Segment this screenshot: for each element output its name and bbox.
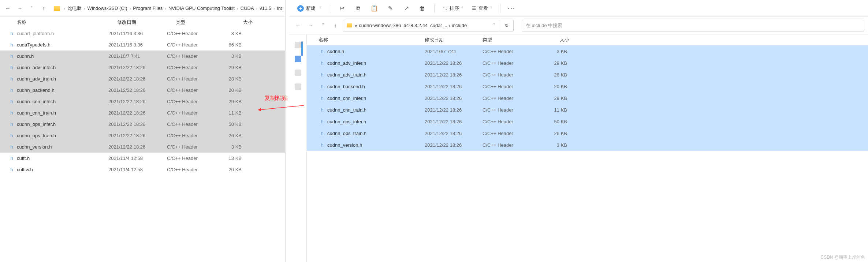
nav-up-button[interactable]: ↑ xyxy=(330,20,340,31)
file-row[interactable]: hcudnn_adv_infer.h2021/12/22 18:26C/C++ … xyxy=(0,62,285,73)
file-type: C/C++ Header xyxy=(483,107,543,113)
file-row[interactable]: hcufft.h2021/11/4 12:58C/C++ Header13 KB xyxy=(0,153,285,164)
breadcrumb-item[interactable]: Program Files xyxy=(133,5,163,11)
more-button[interactable]: ··· xyxy=(505,4,518,12)
breadcrumb-item[interactable]: Windows-SSD (C:) xyxy=(87,5,127,11)
col-header-size[interactable]: 大小 xyxy=(543,37,569,43)
file-name: cufft.h xyxy=(17,156,30,161)
file-date: 2021/11/16 3:36 xyxy=(108,31,167,36)
file-row[interactable]: hcudnn_ops_train.h2021/12/22 18:26C/C++ … xyxy=(307,127,868,139)
search-input[interactable]: 在 include 中搜索 xyxy=(522,20,864,31)
file-row[interactable]: hcudnn_adv_infer.h2021/12/22 18:26C/C++ … xyxy=(307,57,868,69)
nav-forward-button[interactable]: → xyxy=(305,20,316,31)
left-column-header[interactable]: 名称 修改日期 类型 大小 xyxy=(0,17,285,28)
watermark: CSDN @期望上岸的鱼 xyxy=(820,254,865,261)
col-header-size[interactable]: 大小 xyxy=(223,19,253,26)
file-row[interactable]: hcudnn_backend.h2021/12/22 18:26C/C++ He… xyxy=(0,85,285,96)
file-date: 2021/12/22 18:26 xyxy=(108,87,167,93)
breadcrumb-item[interactable]: NVIDIA GPU Computing Toolkit xyxy=(168,5,235,11)
file-size: 11 KB xyxy=(215,110,244,116)
nav-back-button[interactable]: ← xyxy=(3,3,13,14)
file-row[interactable]: hcudnn_ops_infer.h2021/12/22 18:26C/C++ … xyxy=(307,116,868,127)
file-name: cufftw.h xyxy=(17,167,33,172)
breadcrumb[interactable]: 此电脑›Windows-SSD (C:)›Program Files›NVIDI… xyxy=(67,5,282,12)
file-type: C/C++ Header xyxy=(483,84,543,89)
address-dropdown-icon[interactable]: ˅ xyxy=(493,23,495,28)
search-placeholder: 在 include 中搜索 xyxy=(526,22,562,29)
address-current[interactable]: include xyxy=(452,23,467,28)
file-type: C/C++ Header xyxy=(167,87,215,93)
file-row[interactable]: hcudnn_version.h2021/12/22 18:26C/C++ He… xyxy=(307,139,868,151)
rename-icon[interactable]: ✎ xyxy=(383,3,398,14)
col-header-name[interactable]: 名称 xyxy=(17,19,117,26)
file-row[interactable]: hcudnn_cnn_infer.h2021/12/22 18:26C/C++ … xyxy=(307,92,868,104)
breadcrumb-chevron-icon: › xyxy=(64,6,65,11)
breadcrumb-item[interactable]: CUDA xyxy=(241,5,254,11)
new-button[interactable]: + 新建 ˅ xyxy=(293,4,325,13)
file-row[interactable]: hcudnn_cnn_infer.h2021/12/22 18:26C/C++ … xyxy=(0,96,285,107)
cut-icon[interactable]: ✂ xyxy=(335,3,349,14)
file-type: C/C++ Header xyxy=(483,49,543,54)
nav-back-button[interactable]: ← xyxy=(293,20,303,31)
address-path[interactable]: cudnn-windows-x86_64-8.3.2.44_cuda1... xyxy=(359,23,447,28)
col-header-type[interactable]: 类型 xyxy=(483,37,543,43)
file-row[interactable]: hcudnn_adv_train.h2021/12/22 18:26C/C++ … xyxy=(307,69,868,81)
breadcrumb-chevron-icon: › xyxy=(449,23,450,28)
file-row[interactable]: hcudnn_ops_infer.h2021/12/22 18:26C/C++ … xyxy=(0,119,285,130)
file-type: C/C++ Header xyxy=(483,60,543,66)
file-size: 3 KB xyxy=(215,53,244,59)
col-header-type[interactable]: 类型 xyxy=(176,19,223,26)
file-type: C/C++ Header xyxy=(167,133,215,138)
breadcrumb-item[interactable]: include xyxy=(277,5,282,11)
breadcrumb-item[interactable]: v11.5 xyxy=(260,5,271,11)
header-file-icon: h xyxy=(318,71,326,78)
file-row[interactable]: hcufftw.h2021/11/4 12:58C/C++ Header20 K… xyxy=(0,164,285,175)
file-date: 2021/12/22 18:26 xyxy=(425,131,483,136)
file-name: cudnn_backend.h xyxy=(17,87,55,93)
right-file-list[interactable]: hcudnn.h2021/10/7 7:41C/C++ Header3 KBhc… xyxy=(307,45,868,151)
breadcrumb-item[interactable]: 此电脑 xyxy=(67,5,82,12)
refresh-button[interactable]: ↻ xyxy=(500,20,514,31)
header-file-icon: h xyxy=(318,94,326,102)
nav-chevron-down-icon[interactable]: ˅ xyxy=(27,3,37,14)
file-row[interactable]: hcudnn_version.h2021/12/22 18:26C/C++ He… xyxy=(0,141,285,153)
col-header-date[interactable]: 修改日期 xyxy=(117,19,176,26)
share-icon[interactable]: ↗ xyxy=(399,3,414,14)
file-row[interactable]: hcudnn_backend.h2021/12/22 18:26C/C++ He… xyxy=(307,81,868,92)
file-row[interactable]: hcudnn.h2021/10/7 7:41C/C++ Header3 KB xyxy=(0,50,285,62)
view-button[interactable]: ☰ 查看 ˅ xyxy=(468,4,496,13)
file-row[interactable]: hcudnn_adv_train.h2021/12/22 18:26C/C++ … xyxy=(0,73,285,85)
copy-icon[interactable]: ⧉ xyxy=(351,3,365,14)
file-type: C/C++ Header xyxy=(483,131,543,136)
left-file-list[interactable]: hcudart_platform.h2021/11/16 3:36C/C++ H… xyxy=(0,28,285,262)
file-size: 28 KB xyxy=(215,76,244,82)
file-type: C/C++ Header xyxy=(167,121,215,127)
file-row[interactable]: hcudnn.h2021/10/7 7:41C/C++ Header3 KB xyxy=(307,45,868,57)
col-header-name[interactable]: 名称 xyxy=(318,37,425,43)
col-header-date[interactable]: 修改日期 xyxy=(425,37,483,43)
right-column-header[interactable]: 名称 修改日期 类型 大小 xyxy=(307,34,868,45)
file-name: cudnn_adv_infer.h xyxy=(327,60,366,66)
file-row[interactable]: hcudaTypedefs.h2021/11/16 3:36C/C++ Head… xyxy=(0,39,285,50)
header-file-icon: h xyxy=(8,121,15,128)
sort-button[interactable]: ↑↓ 排序 ˅ xyxy=(439,4,467,13)
paste-icon[interactable]: 📋 xyxy=(367,3,381,14)
file-row[interactable]: hcudnn_cnn_train.h2021/12/22 18:26C/C++ … xyxy=(307,104,868,116)
file-date: 2021/12/22 18:26 xyxy=(425,84,483,89)
file-type: C/C++ Header xyxy=(167,53,215,59)
nav-chevron-down-icon[interactable]: ˅ xyxy=(318,20,328,31)
file-size: 29 KB xyxy=(543,60,569,66)
file-date: 2021/12/22 18:26 xyxy=(108,121,167,127)
delete-icon[interactable]: 🗑 xyxy=(415,3,430,14)
file-row[interactable]: hcudnn_ops_train.h2021/12/22 18:26C/C++ … xyxy=(0,130,285,141)
file-row[interactable]: hcudnn_cnn_train.h2021/12/22 18:26C/C++ … xyxy=(0,107,285,119)
chevron-down-icon: ˅ xyxy=(319,6,321,10)
breadcrumb-chevron-icon: › xyxy=(256,6,258,11)
nav-up-button[interactable]: ↑ xyxy=(39,3,49,14)
nav-forward-button[interactable]: → xyxy=(15,3,25,14)
file-date: 2021/12/22 18:26 xyxy=(108,110,167,116)
file-row[interactable]: hcudart_platform.h2021/11/16 3:36C/C++ H… xyxy=(0,28,285,39)
file-size: 29 KB xyxy=(215,65,244,70)
address-box[interactable]: « cudnn-windows-x86_64-8.3.2.44_cuda1...… xyxy=(343,20,500,31)
sort-label: 排序 xyxy=(450,5,459,12)
